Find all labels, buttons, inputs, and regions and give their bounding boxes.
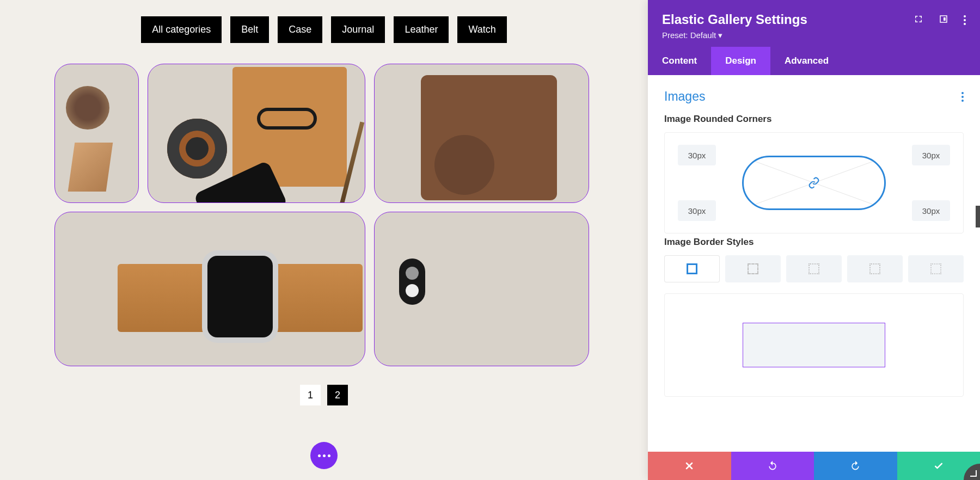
dot-icon [323, 454, 326, 457]
category-leather[interactable]: Leather [394, 16, 449, 43]
border-preview-shape[interactable] [743, 323, 885, 367]
gallery-grid [54, 64, 593, 366]
corner-bottom-left-input[interactable] [678, 200, 716, 221]
corner-top-right-input[interactable] [912, 145, 950, 165]
border-style-dotted-alt[interactable] [847, 255, 903, 282]
border-style-dotted-light[interactable] [908, 255, 964, 282]
section-menu-icon[interactable] [961, 92, 964, 102]
decorative-glasses [257, 108, 317, 130]
gallery-image-3[interactable] [374, 64, 589, 203]
square-solid-icon [687, 263, 697, 274]
border-style-solid[interactable] [664, 255, 720, 282]
square-dashed-icon [748, 263, 758, 274]
border-styles-label: Image Border Styles [664, 237, 964, 248]
panel-body: Images Image Rounded Corners Image Borde… [648, 75, 980, 452]
undo-icon [767, 460, 778, 471]
redo-icon [850, 460, 861, 471]
decorative-pen [339, 121, 364, 203]
panel-menu-icon[interactable] [964, 14, 966, 25]
panel-footer [648, 452, 980, 480]
cancel-button[interactable] [648, 452, 731, 480]
snap-icon[interactable] [939, 14, 948, 24]
corner-top-left-input[interactable] [678, 145, 716, 165]
category-watch[interactable]: Watch [457, 16, 506, 43]
section-title-images[interactable]: Images [664, 89, 705, 104]
square-dotted-light-icon [930, 263, 941, 274]
gallery-image-5[interactable] [374, 212, 589, 366]
section-header: Images [664, 89, 964, 104]
more-actions-fab[interactable] [310, 442, 338, 469]
check-icon [933, 460, 944, 471]
gallery-preview: All categories Belt Case Journal Leather… [0, 0, 648, 480]
redo-button[interactable] [814, 452, 897, 480]
category-journal[interactable]: Journal [331, 16, 385, 43]
tab-design[interactable]: Design [711, 47, 770, 75]
preset-selector[interactable]: Preset: Default ▾ [662, 30, 807, 40]
category-belt[interactable]: Belt [230, 16, 269, 43]
panel-header: Elastic Gallery Settings Preset: Default… [648, 0, 980, 47]
tab-advanced[interactable]: Advanced [770, 47, 843, 75]
expand-icon[interactable] [914, 14, 923, 24]
border-style-picker [664, 255, 964, 282]
gallery-image-1[interactable] [54, 64, 139, 203]
border-style-dashed[interactable] [725, 255, 781, 282]
category-all[interactable]: All categories [141, 16, 222, 43]
border-style-dotted[interactable] [786, 255, 842, 282]
gallery-image-4[interactable] [54, 212, 365, 366]
corner-bottom-right-input[interactable] [912, 200, 950, 221]
settings-tabs: Content Design Advanced [648, 47, 980, 75]
scrollbar-handle[interactable] [976, 206, 980, 227]
page-1-button[interactable]: 1 [300, 385, 321, 405]
panel-title: Elastic Gallery Settings [662, 12, 807, 27]
square-dotted-alt-icon [869, 263, 880, 274]
panel-header-actions [914, 14, 966, 25]
border-preview [664, 293, 964, 397]
link-icon [808, 177, 820, 189]
rounded-corners-control [664, 132, 964, 233]
square-dotted-icon [808, 263, 819, 274]
link-corners-toggle[interactable] [742, 156, 886, 210]
close-icon [684, 460, 695, 471]
page-2-button[interactable]: 2 [327, 385, 348, 405]
rounded-corners-label: Image Rounded Corners [664, 114, 964, 125]
category-filter-bar: All categories Belt Case Journal Leather… [0, 16, 648, 43]
dot-icon [318, 454, 321, 457]
pagination: 1 2 [0, 385, 648, 405]
tab-content[interactable]: Content [648, 47, 711, 75]
decorative-phone [193, 161, 288, 203]
settings-panel: Elastic Gallery Settings Preset: Default… [648, 0, 980, 480]
dot-icon [328, 454, 330, 457]
undo-button[interactable] [731, 452, 814, 480]
category-case[interactable]: Case [278, 16, 322, 43]
gallery-image-2[interactable] [148, 64, 365, 203]
